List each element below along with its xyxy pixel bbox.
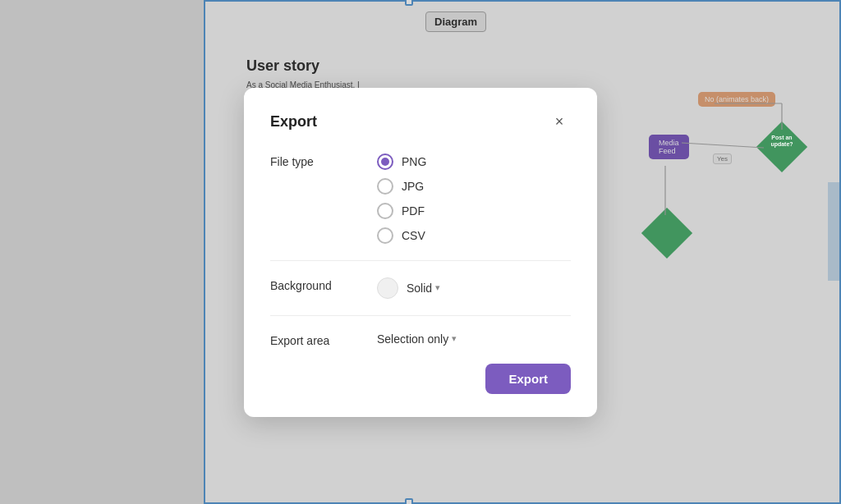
background-chevron-icon: ▾: [435, 282, 440, 293]
radio-jpg[interactable]: JPG: [377, 178, 571, 195]
radio-csv-outer: [377, 227, 393, 244]
divider-2: [270, 315, 571, 316]
radio-pdf-outer: [377, 203, 393, 219]
file-type-label: File type: [270, 153, 377, 168]
export-area-dropdown[interactable]: Selection only ▾: [377, 332, 457, 346]
export-area-label: Export area: [270, 332, 377, 347]
radio-pdf-label: PDF: [402, 204, 425, 218]
background-color-swatch[interactable]: [377, 277, 398, 299]
close-icon: ×: [555, 113, 564, 131]
radio-csv-label: CSV: [402, 229, 425, 242]
divider-1: [270, 260, 571, 261]
radio-pdf[interactable]: PDF: [377, 203, 571, 219]
export-button[interactable]: Export: [485, 364, 571, 394]
export-area-chevron-icon: ▾: [452, 333, 457, 344]
button-row: Export: [270, 364, 571, 394]
modal-overlay: Export × File type PNG JPG: [0, 0, 841, 504]
file-type-row: File type PNG JPG PDF: [270, 153, 571, 244]
radio-jpg-outer: [377, 178, 393, 195]
background-dropdown[interactable]: Solid ▾: [407, 282, 440, 295]
background-option: Solid ▾: [377, 277, 440, 299]
radio-png-outer: [377, 153, 393, 170]
background-label: Background: [270, 277, 377, 292]
radio-png-inner: [381, 158, 389, 166]
file-type-controls: PNG JPG PDF CSV: [377, 153, 571, 244]
background-row: Background Solid ▾: [270, 277, 571, 299]
export-modal: Export × File type PNG JPG: [244, 88, 597, 417]
radio-csv[interactable]: CSV: [377, 227, 571, 244]
background-value: Solid: [407, 282, 432, 295]
radio-png[interactable]: PNG: [377, 153, 571, 170]
export-area-value: Selection only: [377, 332, 448, 346]
radio-png-label: PNG: [402, 155, 426, 168]
modal-title: Export: [270, 113, 317, 131]
radio-jpg-label: JPG: [402, 180, 424, 193]
modal-header: Export ×: [270, 111, 571, 134]
close-button[interactable]: ×: [548, 111, 571, 134]
export-area-row: Export area Selection only ▾: [270, 332, 571, 347]
post-update-label: Post anupdate?: [761, 135, 803, 149]
